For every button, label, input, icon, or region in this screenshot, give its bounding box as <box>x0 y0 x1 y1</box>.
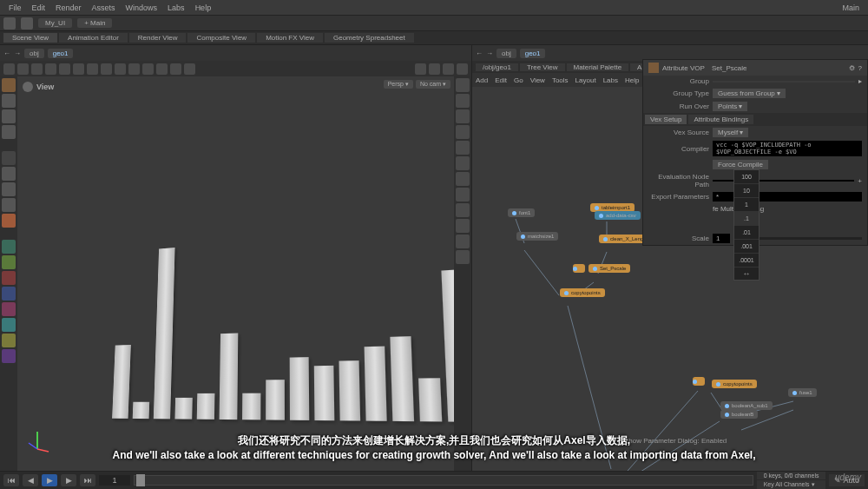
force-compile-button[interactable]: Force Compile <box>713 160 768 169</box>
tool-icon[interactable] <box>456 219 470 233</box>
ladder-step[interactable]: 10 <box>734 184 759 198</box>
tool-icon[interactable] <box>59 63 70 75</box>
camera-dropdown[interactable]: No cam ▾ <box>416 80 450 89</box>
run-over-dropdown[interactable]: Points ▾ <box>713 102 747 111</box>
ladder-step[interactable]: 1 <box>734 198 759 212</box>
step-fwd-button[interactable]: ▶ <box>61 474 76 486</box>
tool-icon[interactable] <box>2 302 16 316</box>
net-tab-path[interactable]: /obj/geo1 <box>476 63 518 71</box>
menu-labs[interactable]: Labs <box>162 3 190 12</box>
net-tab-material[interactable]: Material Palette <box>567 63 629 71</box>
network-node[interactable]: matchsize1 <box>516 232 558 241</box>
tool-icon[interactable] <box>456 235 470 248</box>
current-frame[interactable]: 1 <box>99 475 130 486</box>
network-node[interactable]: booleanB <box>720 410 758 419</box>
brush-tool-icon[interactable] <box>2 240 16 254</box>
tool-icon[interactable] <box>184 63 195 75</box>
menu-assets[interactable]: Assets <box>87 3 121 12</box>
tool-icon[interactable] <box>429 63 440 75</box>
tool-icon[interactable] <box>2 125 16 139</box>
group-input[interactable] <box>713 81 855 83</box>
ladder-step[interactable]: .0001 <box>734 254 759 268</box>
net-menu-layout[interactable]: Layout <box>575 76 596 84</box>
tool-icon[interactable] <box>456 141 470 155</box>
ladder-step[interactable]: .1 <box>734 212 759 226</box>
menu-windows[interactable]: Windows <box>121 3 163 12</box>
tool-icon[interactable] <box>2 198 16 212</box>
tool-icon[interactable] <box>2 318 16 332</box>
tool-icon[interactable] <box>443 63 454 75</box>
net-menu-help[interactable]: Help <box>625 76 639 84</box>
select-tool-icon[interactable] <box>2 78 16 92</box>
tool-icon[interactable] <box>456 172 470 186</box>
menu-help[interactable]: Help <box>190 3 217 12</box>
network-node[interactable] <box>693 377 705 386</box>
op-picker-icon[interactable]: + <box>858 177 862 185</box>
step-back-button[interactable]: ◀ <box>23 474 38 486</box>
network-node[interactable]: font1 <box>508 208 535 217</box>
net-menu-view[interactable]: View <box>530 76 545 84</box>
net-menu-edit[interactable]: Edit <box>495 76 507 84</box>
vex-source-dropdown[interactable]: Myself ▾ <box>713 128 748 137</box>
path-geo[interactable]: geo1 <box>520 49 546 58</box>
value-ladder[interactable]: 100 10 1 .1 .01 .001 .0001 ↔ <box>733 169 760 281</box>
tool-icon[interactable] <box>128 63 140 75</box>
tab-motionfx[interactable]: Motion FX View <box>257 33 323 43</box>
nav-fwd-icon[interactable]: → <box>486 50 493 57</box>
scale-value[interactable]: 1 <box>713 234 730 243</box>
tool-icon[interactable] <box>2 287 16 301</box>
tab-scene-view[interactable]: Scene View <box>3 33 57 43</box>
net-menu-labs[interactable]: Labs <box>603 76 618 84</box>
desktop-tab-main[interactable]: + Main <box>77 18 112 28</box>
path-root[interactable]: obj <box>496 49 516 58</box>
nav-fwd-icon[interactable]: → <box>14 50 21 57</box>
layout-icon[interactable] <box>21 17 33 30</box>
desktop-tab-myui[interactable]: My_UI <box>38 18 72 28</box>
tool-icon[interactable] <box>456 109 470 123</box>
tool-icon[interactable] <box>45 63 56 75</box>
tool-icon[interactable] <box>2 214 16 228</box>
tool-icon[interactable] <box>2 94 16 108</box>
ladder-step[interactable]: 100 <box>734 170 759 184</box>
network-node[interactable]: add-data-csv <box>595 211 641 220</box>
eye-icon[interactable] <box>23 82 33 92</box>
tool-icon[interactable] <box>456 125 470 139</box>
goto-start-button[interactable]: ⏮ <box>3 474 19 486</box>
path-geo[interactable]: geo1 <box>48 49 74 58</box>
tool-icon[interactable] <box>17 63 29 75</box>
tab-vexsetup[interactable]: Vex Setup <box>645 115 687 124</box>
tool-icon[interactable] <box>415 63 426 75</box>
net-menu-tools[interactable]: Tools <box>552 76 569 84</box>
nav-back-icon[interactable]: ← <box>476 50 483 57</box>
net-tab-tree[interactable]: Tree View <box>520 63 565 71</box>
tool-icon[interactable] <box>457 63 468 75</box>
network-node[interactable]: fuse1 <box>788 388 817 397</box>
keys-info[interactable]: 0 keys, 0/0 channels <box>757 472 826 479</box>
network-node[interactable]: copytopoints <box>560 288 605 297</box>
tool-icon[interactable] <box>456 250 470 264</box>
tool-icon[interactable] <box>456 156 470 170</box>
tool-icon[interactable] <box>456 188 470 202</box>
tool-icon[interactable] <box>87 63 98 75</box>
network-node[interactable]: booleanA_sub1 <box>720 401 773 410</box>
tab-composite[interactable]: Composite View <box>187 33 255 43</box>
ladder-step[interactable]: .001 <box>734 240 759 254</box>
tool-icon[interactable] <box>2 349 16 363</box>
tool-icon[interactable] <box>115 63 126 75</box>
tab-geo-spreadsheet[interactable]: Geometry Spreadsheet <box>325 33 414 43</box>
tool-icon[interactable] <box>2 109 16 123</box>
tool-icon[interactable] <box>142 63 154 75</box>
tab-render-view[interactable]: Render View <box>129 33 187 43</box>
gear-icon[interactable]: ⚙ <box>849 64 855 72</box>
tab-attrbindings[interactable]: Attribute Bindings <box>688 115 753 124</box>
node-name[interactable]: Set_Pscale <box>708 63 845 73</box>
tool-icon[interactable] <box>2 271 16 285</box>
tool-icon[interactable] <box>2 255 16 269</box>
network-node[interactable]: copytopoints <box>712 380 757 388</box>
ladder-step[interactable]: .01 <box>734 226 759 240</box>
compiler-input[interactable]: vcc -q $VOP_INCLUDEPATH -o $VOP_OBJECTFI… <box>713 141 862 156</box>
viewport-3d[interactable]: View Persp ▾ No cam ▾ <box>17 76 454 471</box>
tool-icon[interactable] <box>456 78 470 92</box>
path-root[interactable]: obj <box>24 49 44 58</box>
help-icon[interactable]: ? <box>858 64 862 72</box>
